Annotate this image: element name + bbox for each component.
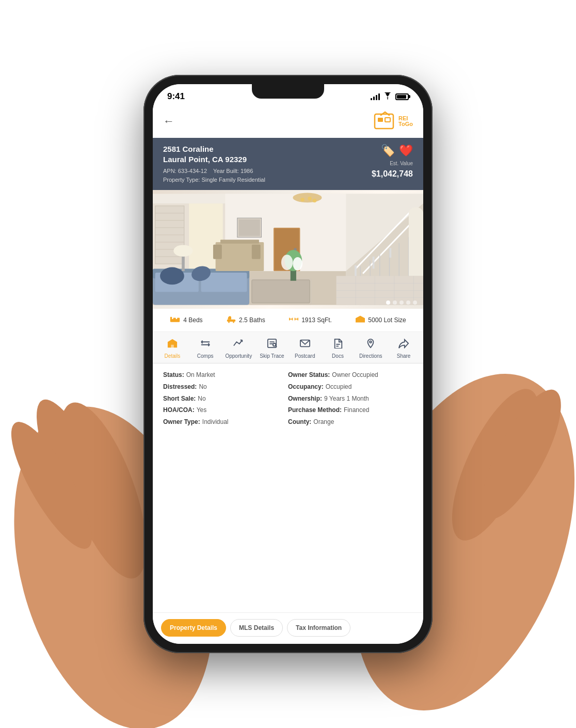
- svg-marker-87: [356, 315, 365, 322]
- owner-status-value: Owner Occupied: [332, 371, 378, 379]
- detail-row-left: Status: On Market Distressed: No Short S…: [163, 371, 288, 426]
- tab-directions[interactable]: Directions: [358, 338, 383, 359]
- tab-skip-trace-label: Skip Trace: [260, 353, 284, 359]
- short-sale-value: No: [198, 394, 205, 403]
- tag-icon[interactable]: 🏷️: [381, 144, 395, 157]
- bottom-tab-tax-info[interactable]: Tax Information: [287, 619, 350, 637]
- tab-postcard[interactable]: Postcard: [292, 338, 318, 359]
- svg-rect-79: [228, 322, 229, 323]
- property-right: 🏷️ ❤️ Est. Value $1,042,748: [372, 144, 413, 179]
- ownership-label: Ownership:: [288, 394, 322, 403]
- property-action-icons: 🏷️ ❤️: [381, 144, 413, 157]
- svg-point-7: [387, 98, 388, 99]
- back-button[interactable]: ←: [163, 115, 174, 128]
- occupancy-label: Occupancy:: [288, 383, 324, 391]
- property-type-value: Single Family Residential: [201, 177, 265, 183]
- tab-details-label: Details: [165, 353, 181, 359]
- detail-distressed: Distressed: No: [163, 383, 283, 391]
- svg-point-43: [409, 208, 423, 219]
- svg-rect-40: [373, 257, 375, 268]
- detail-status: Status: On Market: [163, 371, 283, 379]
- purchase-method-value: Financed: [344, 406, 369, 415]
- interior-illustration: [153, 190, 423, 309]
- short-sale-label: Short Sale:: [163, 394, 196, 403]
- signal-icon: [371, 93, 380, 100]
- docs-icon: [332, 338, 344, 351]
- svg-rect-75: [170, 317, 172, 321]
- stat-lot: 5000 Lot Size: [356, 315, 406, 325]
- bottom-tab-property-details[interactable]: Property Details: [161, 619, 226, 637]
- tab-docs[interactable]: Docs: [325, 338, 351, 359]
- status-value: On Market: [186, 371, 215, 379]
- phone-screen: 9:41: [153, 84, 423, 644]
- tab-opportunity[interactable]: Opportunity: [225, 338, 252, 359]
- svg-rect-80: [233, 322, 234, 323]
- stat-beds: 4 Beds: [170, 315, 202, 325]
- tab-comps[interactable]: Comps: [193, 338, 218, 359]
- svg-point-54: [281, 255, 293, 270]
- occupancy-value: Occupied: [326, 383, 352, 391]
- tab-details[interactable]: Details: [159, 338, 185, 359]
- svg-point-94: [273, 343, 276, 346]
- detail-purchase-method: Purchase Method: Financed: [288, 406, 408, 415]
- tab-docs-label: Docs: [332, 353, 344, 359]
- property-stats: 4 Beds 2.5 Baths: [153, 309, 423, 332]
- tab-comps-label: Comps: [197, 353, 214, 359]
- svg-point-55: [293, 257, 302, 271]
- logo-togo: ToGo: [398, 121, 413, 127]
- tab-postcard-label: Postcard: [295, 353, 315, 359]
- detail-owner-type: Owner Type: Individual: [163, 418, 283, 426]
- stat-baths: 2.5 Baths: [227, 315, 265, 325]
- detail-occupancy: Occupancy: Occupied: [288, 383, 408, 391]
- year-built-value: 1986: [241, 168, 253, 174]
- tab-opportunity-label: Opportunity: [225, 353, 252, 359]
- image-dots: [386, 300, 417, 305]
- svg-rect-28: [239, 219, 260, 236]
- baths-value: 2.5 Baths: [239, 316, 265, 324]
- tab-skip-trace[interactable]: Skip Trace: [259, 338, 285, 359]
- status-label: Status:: [163, 371, 184, 379]
- action-tabs: Details Comps: [153, 332, 423, 363]
- property-meta: APN: 633-434-12 Year Built: 1986 Propert…: [163, 167, 372, 184]
- owner-type-label: Owner Type:: [163, 418, 200, 426]
- status-time: 9:41: [167, 91, 185, 102]
- property-address: 2581 Coraline Laural Point, CA 92329: [163, 144, 372, 164]
- svg-point-48: [160, 267, 184, 285]
- stat-sqft: 1913 SqFt.: [289, 315, 332, 325]
- detail-short-sale: Short Sale: No: [163, 394, 283, 403]
- hoa-label: HOA/COA:: [163, 406, 195, 415]
- year-built-label: Year Built:: [213, 168, 239, 174]
- opportunity-icon: [233, 338, 244, 351]
- county-value: Orange: [313, 418, 334, 426]
- share-icon: [398, 338, 409, 351]
- svg-point-63: [300, 198, 304, 201]
- distressed-value: No: [199, 383, 206, 391]
- lot-icon: [356, 315, 365, 325]
- svg-point-57: [173, 245, 193, 257]
- svg-rect-51: [252, 280, 310, 303]
- bottom-tab-mls-details[interactable]: MLS Details: [230, 619, 283, 637]
- est-value-label: Est. Value: [390, 161, 413, 166]
- bed-icon: [170, 315, 180, 325]
- tab-directions-label: Directions: [359, 353, 382, 359]
- skip-trace-icon: [266, 338, 278, 351]
- logo-text: REI ToGo: [398, 116, 413, 127]
- dot-1: [386, 300, 390, 305]
- dot-3: [399, 300, 404, 305]
- hoa-value: Yes: [197, 406, 207, 415]
- lot-value: 5000 Lot Size: [368, 316, 406, 324]
- detail-hoa: HOA/COA: Yes: [163, 406, 283, 415]
- svg-rect-42: [409, 213, 423, 276]
- tab-share[interactable]: Share: [391, 338, 417, 359]
- dot-5: [413, 300, 417, 305]
- owner-type-value: Individual: [202, 418, 229, 426]
- purchase-method-label: Purchase Method:: [288, 406, 342, 415]
- detail-ownership: Ownership: 9 Years 1 Month: [288, 394, 408, 403]
- est-value-amount: $1,042,748: [372, 169, 413, 179]
- heart-icon[interactable]: ❤️: [399, 144, 413, 157]
- nav-bar: ← REI ToGo: [153, 106, 423, 138]
- detail-county: County: Orange: [288, 418, 408, 426]
- beds-value: 4 Beds: [183, 316, 202, 324]
- property-header: 2581 Coraline Laural Point, CA 92329 APN…: [153, 138, 423, 190]
- svg-point-99: [370, 341, 372, 343]
